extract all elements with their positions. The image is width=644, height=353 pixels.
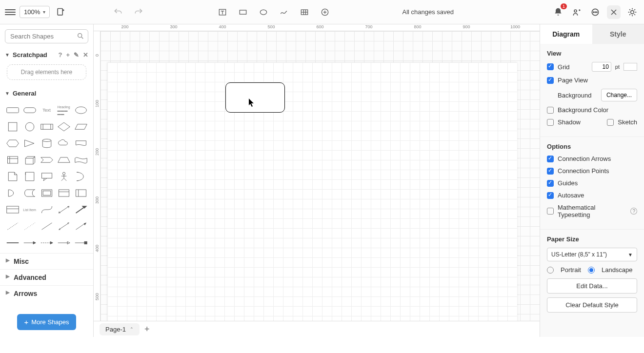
shape-rounded-rect[interactable] [5, 103, 20, 118]
shape-list[interactable] [5, 202, 20, 217]
shape-ellipse[interactable] [73, 103, 88, 118]
table-tool-icon[interactable] [298, 5, 311, 19]
shape-cube[interactable] [22, 153, 37, 167]
close-icon[interactable]: ✕ [83, 51, 88, 59]
grid-checkbox[interactable] [547, 63, 554, 70]
shape-hcontainer[interactable] [56, 186, 71, 200]
shape-link-open[interactable] [56, 235, 71, 250]
shape-tape[interactable] [73, 153, 88, 167]
background-change-button[interactable]: Change... [601, 89, 637, 101]
paper-size-select[interactable]: US-Letter (8,5" x 11")▼ [547, 248, 637, 261]
tab-diagram[interactable]: Diagram [540, 24, 592, 44]
notifications-icon[interactable] [551, 5, 565, 19]
shape-square[interactable] [5, 119, 20, 134]
clear-style-button[interactable]: Clear Default Style [547, 297, 637, 313]
sketch-checkbox[interactable] [607, 119, 614, 126]
grid-size-input[interactable] [592, 62, 611, 72]
grid-color-swatch[interactable] [624, 63, 637, 71]
canvas-shape-rect[interactable] [225, 82, 285, 113]
shape-diamond[interactable] [56, 119, 71, 134]
search-icon [77, 32, 84, 40]
shape-pill[interactable] [22, 103, 37, 118]
guides-checkbox[interactable] [547, 180, 554, 187]
design-icon[interactable] [607, 5, 621, 19]
shape-container[interactable] [39, 186, 54, 200]
shape-triangle[interactable] [22, 136, 37, 151]
shadow-checkbox[interactable] [547, 119, 554, 126]
search-input[interactable] [5, 29, 88, 43]
share-icon[interactable] [570, 5, 584, 19]
help-icon[interactable]: ? [630, 208, 637, 215]
shape-actor[interactable] [56, 169, 71, 184]
landscape-radio[interactable] [588, 267, 595, 274]
misc-header[interactable]: ▶Misc [0, 253, 93, 269]
shape-card[interactable] [22, 169, 37, 184]
add-tool-icon[interactable] [318, 5, 332, 19]
pageview-checkbox[interactable] [547, 77, 554, 84]
undo-icon[interactable] [111, 5, 125, 19]
help-icon[interactable]: ? [58, 51, 62, 59]
shape-cloud[interactable] [56, 136, 71, 151]
more-shapes-button[interactable]: +More Shapes [17, 314, 76, 330]
shape-link-dash-arrow[interactable] [39, 235, 54, 250]
math-checkbox[interactable] [547, 208, 554, 215]
autosave-checkbox[interactable] [547, 192, 554, 199]
shape-dir-line[interactable] [73, 219, 88, 234]
scratchpad-dropzone[interactable]: Drag elements here [7, 64, 86, 80]
shape-parallelogram[interactable] [73, 119, 88, 134]
page[interactable] [107, 62, 517, 321]
portrait-radio[interactable] [547, 267, 554, 274]
edit-data-button[interactable]: Edit Data... [547, 278, 637, 294]
shape-vcontainer[interactable] [73, 186, 88, 200]
theme-icon[interactable] [625, 5, 639, 19]
conn-points-checkbox[interactable] [547, 168, 554, 175]
shape-dash-line[interactable] [5, 219, 20, 234]
general-header[interactable]: ▼ General [0, 87, 93, 100]
shape-bidir-line[interactable] [56, 219, 71, 234]
shape-step[interactable] [39, 153, 54, 167]
shape-process[interactable] [39, 119, 54, 134]
shape-arrow[interactable] [73, 202, 88, 217]
shape-or[interactable] [73, 169, 88, 184]
shape-curve[interactable] [39, 202, 54, 217]
tab-style[interactable]: Style [592, 24, 644, 44]
shape-line[interactable] [39, 219, 54, 234]
text-tool-icon[interactable] [216, 5, 229, 19]
shape-trapezoid[interactable] [56, 153, 71, 167]
shape-cylinder[interactable] [39, 136, 54, 151]
shape-text[interactable]: Text [39, 103, 54, 118]
shape-circle[interactable] [22, 119, 37, 134]
shape-dot-line[interactable] [22, 219, 37, 234]
comment-icon[interactable] [588, 5, 602, 19]
shape-link-thin-arrow[interactable] [22, 235, 37, 250]
shape-callout[interactable] [39, 169, 54, 184]
rect-tool-icon[interactable] [236, 5, 250, 19]
shape-document[interactable] [73, 136, 88, 151]
shape-list-item[interactable]: List Item [22, 202, 37, 217]
shape-link-block[interactable] [73, 235, 88, 250]
shape-and[interactable] [5, 186, 20, 200]
shape-note[interactable] [5, 169, 20, 184]
shape-hexagon[interactable] [5, 136, 20, 151]
shape-heading[interactable]: Heading▬▬▬▬▬ [56, 103, 71, 118]
shape-data-storage[interactable] [22, 186, 37, 200]
page-tab[interactable]: Page-1⌃ [100, 323, 140, 335]
canvas[interactable] [101, 31, 540, 321]
new-page-icon[interactable] [54, 5, 67, 19]
bgcolor-checkbox[interactable] [547, 107, 554, 114]
zoom-select[interactable]: 100% [20, 6, 50, 18]
shape-bidir-arrow[interactable] [56, 202, 71, 217]
shape-internal-storage[interactable] [5, 153, 20, 167]
add-icon[interactable]: + [66, 51, 70, 59]
ellipse-tool-icon[interactable] [257, 5, 270, 19]
conn-arrows-checkbox[interactable] [547, 156, 554, 162]
add-page-icon[interactable]: + [144, 324, 150, 334]
arrows-header[interactable]: ▶Arrows [0, 285, 93, 301]
advanced-header[interactable]: ▶Advanced [0, 269, 93, 285]
freehand-tool-icon[interactable] [277, 5, 291, 19]
scratchpad-header[interactable]: ▼ Scratchpad ? + ✎ ✕ [0, 48, 93, 61]
shape-link-solid[interactable] [5, 235, 20, 250]
redo-icon[interactable] [132, 5, 145, 19]
edit-icon[interactable]: ✎ [74, 51, 79, 59]
menu-icon[interactable] [5, 7, 16, 18]
